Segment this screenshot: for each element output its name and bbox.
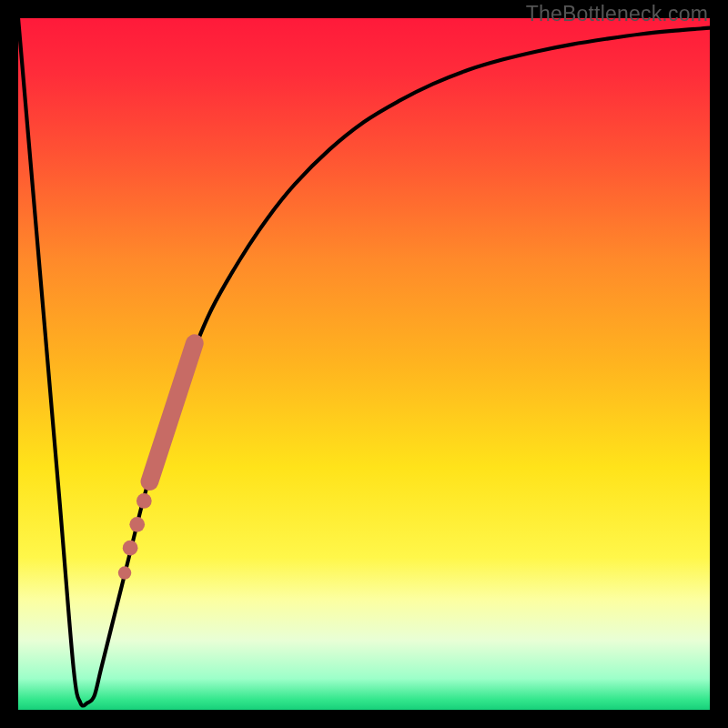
- background-gradient: [18, 18, 710, 710]
- svg-rect-0: [18, 18, 710, 710]
- plot-area: [18, 18, 710, 710]
- watermark-text: TheBottleneck.com: [526, 2, 708, 26]
- chart-frame: TheBottleneck.com: [0, 0, 728, 728]
